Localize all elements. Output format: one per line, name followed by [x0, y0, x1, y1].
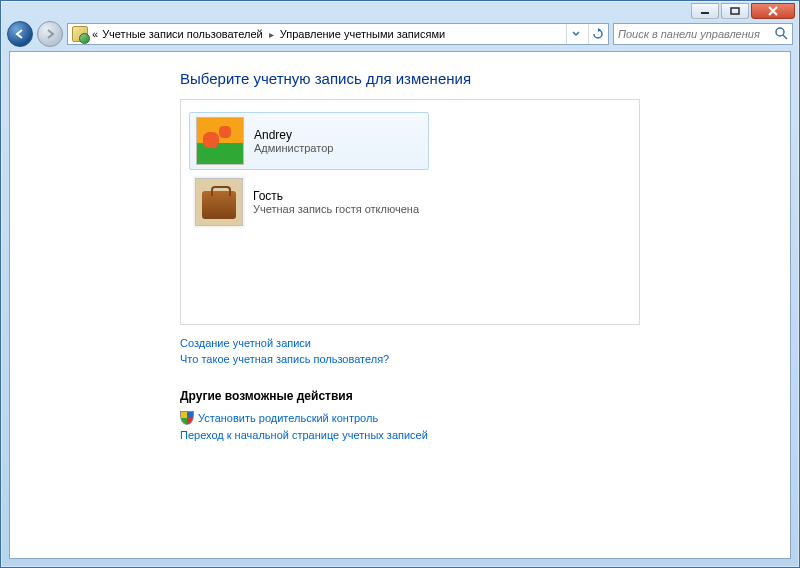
avatar [196, 117, 244, 165]
avatar [195, 178, 243, 226]
other-actions-links: Установить родительский контроль Переход… [180, 409, 774, 443]
svg-rect-0 [701, 12, 709, 14]
search-input[interactable]: Поиск в панели управления [613, 23, 793, 45]
parental-controls-label: Установить родительский контроль [198, 412, 378, 424]
breadcrumb-seg-1[interactable]: Учетные записи пользователей [102, 28, 263, 40]
breadcrumb-prefix: « [92, 28, 98, 40]
breadcrumb-seg-2[interactable]: Управление учетными записями [280, 28, 445, 40]
create-account-link[interactable]: Создание учетной записи [180, 335, 774, 351]
content-area: Выберите учетную запись для изменения An… [9, 51, 791, 559]
arrow-left-icon [14, 28, 26, 40]
account-item-andrey[interactable]: Andrey Администратор [189, 112, 429, 170]
chevron-down-icon [572, 31, 580, 37]
search-icon [774, 26, 788, 42]
address-bar[interactable]: « Учетные записи пользователей ▸ Управле… [67, 23, 609, 45]
close-icon [767, 6, 779, 16]
other-actions-heading: Другие возможные действия [180, 389, 774, 403]
back-button[interactable] [7, 21, 33, 47]
account-name: Andrey [254, 128, 333, 142]
history-dropdown-button[interactable] [566, 24, 584, 44]
maximize-button[interactable] [721, 3, 749, 19]
what-is-account-link[interactable]: Что такое учетная запись пользователя? [180, 351, 774, 367]
refresh-button[interactable] [588, 24, 606, 44]
minimize-button[interactable] [691, 3, 719, 19]
account-item-guest[interactable]: Гость Учетная запись гостя отключена [189, 174, 429, 230]
svg-point-2 [776, 28, 784, 36]
refresh-icon [592, 28, 604, 40]
close-button[interactable] [751, 3, 795, 19]
account-name: Гость [253, 189, 419, 203]
post-list-links: Создание учетной записи Что такое учетна… [180, 335, 774, 367]
titlebar [1, 1, 799, 19]
accounts-home-link[interactable]: Переход к начальной странице учетных зап… [180, 427, 774, 443]
window-frame: « Учетные записи пользователей ▸ Управле… [0, 0, 800, 568]
accounts-list: Andrey Администратор Гость Учетная запис… [180, 99, 640, 325]
page-title: Выберите учетную запись для изменения [180, 70, 774, 87]
account-role: Учетная запись гостя отключена [253, 203, 419, 215]
chevron-right-icon[interactable]: ▸ [267, 29, 276, 40]
minimize-icon [700, 7, 710, 15]
forward-button[interactable] [37, 21, 63, 47]
svg-rect-1 [731, 8, 739, 14]
maximize-icon [730, 7, 740, 15]
control-panel-icon [72, 26, 88, 42]
arrow-right-icon [44, 28, 56, 40]
shield-icon [180, 411, 194, 425]
search-placeholder: Поиск в панели управления [618, 28, 760, 40]
parental-controls-link[interactable]: Установить родительский контроль [180, 409, 774, 427]
account-role: Администратор [254, 142, 333, 154]
navbar: « Учетные записи пользователей ▸ Управле… [1, 19, 799, 49]
svg-line-3 [783, 35, 787, 39]
